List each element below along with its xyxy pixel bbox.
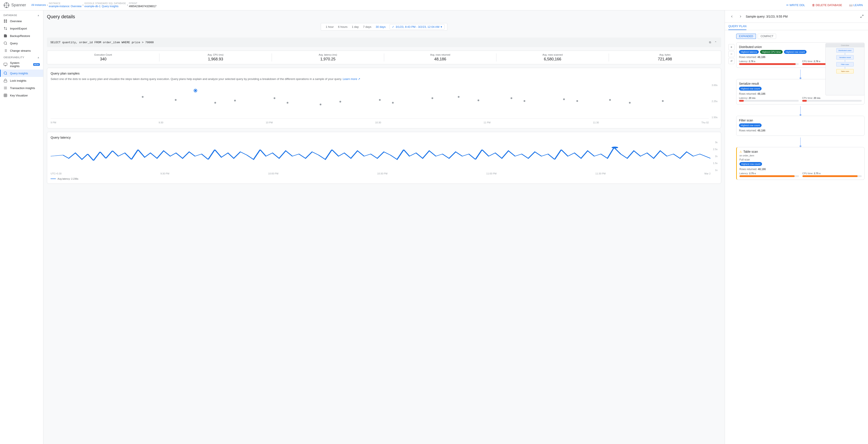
- sidebar-item-lock-insights[interactable]: Lock insights: [0, 77, 43, 84]
- warning-icon: ⚠: [739, 150, 742, 153]
- time-7days[interactable]: 7 days: [361, 24, 374, 29]
- scatter-dot-19[interactable]: [629, 102, 631, 103]
- scatter-dot-2[interactable]: [175, 99, 177, 101]
- latency-bar-4: Latency: 2.75 s: [739, 172, 799, 177]
- copy-query-button[interactable]: ⧉: [708, 40, 712, 45]
- zoom-controls: + − ↺: [728, 44, 735, 64]
- scatter-dot-1[interactable]: [142, 96, 144, 98]
- scatter-dot-16[interactable]: [563, 98, 565, 100]
- scatter-dot-7[interactable]: [320, 103, 321, 105]
- scatter-dot-4[interactable]: [234, 100, 236, 101]
- checkmark-icon: ✓: [392, 25, 394, 28]
- sidebar-item-import-export[interactable]: Import/Export: [0, 25, 43, 32]
- zoom-in-button[interactable]: +: [728, 44, 735, 50]
- tab-query-plan[interactable]: QUERY PLAN: [728, 23, 746, 30]
- badge-highest-rowcount-1: Highest row count: [784, 50, 807, 54]
- chevron-up-icon: ▲: [37, 14, 40, 17]
- sidebar-item-backup-restore[interactable]: Backup/Restore: [0, 32, 43, 39]
- scatter-chart-wrapper: 3.00s 2.25s 1.50s: [51, 84, 717, 125]
- sidebar-database-section: DATABASE ▲: [0, 12, 43, 18]
- scatter-dot-selected[interactable]: [194, 89, 197, 92]
- selected-point-dot: [612, 147, 618, 148]
- next-sample-button[interactable]: [737, 13, 744, 20]
- scatter-dot-3[interactable]: [214, 102, 216, 103]
- previous-sample-button[interactable]: [728, 13, 735, 20]
- badge-highest-rowcount-3: Highest row count: [739, 123, 762, 127]
- transaction-icon: [3, 86, 7, 90]
- time-30days[interactable]: 30 days: [374, 24, 388, 29]
- breadcrumb-fprint: #865423840743298017: [129, 5, 157, 8]
- node-filter-scan-badges: Highest row count: [739, 123, 862, 127]
- svg-line-33: [862, 15, 863, 16]
- chevron-right-icon: [739, 15, 742, 18]
- scatter-dot-12[interactable]: [458, 96, 460, 98]
- scatter-dot-15[interactable]: [524, 100, 525, 102]
- sidebar-item-system-insights[interactable]: System insights NEW: [0, 60, 43, 69]
- view-mode-buttons: EXPANDED COMPACT: [736, 34, 865, 39]
- line-chart: [51, 141, 711, 171]
- app-logo: Spanner: [3, 2, 30, 8]
- app-name: Spanner: [11, 3, 26, 7]
- zoom-out-button[interactable]: −: [728, 51, 735, 57]
- node-table-scan: ⚠ Table scan on order_item Full scan Hig…: [736, 147, 865, 180]
- scatter-dot-17[interactable]: [576, 100, 578, 102]
- node-4-bars: Latency: 2.75 s CPU time: 2.75 s: [739, 172, 862, 177]
- breadcrumb-all-instances[interactable]: All instances: [31, 3, 46, 6]
- time-1hour[interactable]: 1 hour: [323, 24, 336, 29]
- svg-point-1: [5, 4, 8, 6]
- date-range-picker[interactable]: ✓ 3/1/23, 8:43 PM - 3/2/23, 12:04 AM ▾: [390, 24, 445, 30]
- breadcrumb-section-instance: INSTANCE: [49, 2, 82, 5]
- sidebar-item-key-visualizer[interactable]: Key Visualizer: [0, 92, 43, 99]
- node-table-scan-detail: Full scan: [739, 158, 862, 161]
- scatter-dot-10[interactable]: [392, 102, 394, 103]
- query-latency-title: Query latency: [51, 136, 717, 139]
- scatter-dot-6[interactable]: [287, 102, 288, 103]
- legend-line-icon: [51, 179, 56, 179]
- compact-view-button[interactable]: COMPACT: [758, 34, 776, 39]
- scatter-dot-11[interactable]: [432, 97, 433, 99]
- time-6hours[interactable]: 6 hours: [336, 24, 350, 29]
- time-1day[interactable]: 1 day: [350, 24, 361, 29]
- scatter-dot-9[interactable]: [379, 99, 381, 101]
- scatter-dot-5[interactable]: [274, 97, 275, 99]
- delete-database-button[interactable]: 🗑 DELETE DATABASE: [810, 3, 844, 8]
- svg-rect-18: [4, 63, 7, 65]
- expand-icon: [860, 14, 864, 18]
- chevron-down-icon: ▾: [441, 25, 442, 28]
- expanded-view-button[interactable]: EXPANDED: [736, 34, 756, 39]
- query-latency-card: Query latency 3s 2.5s 2s 1.5s 1s: [47, 132, 721, 184]
- breadcrumb: All instances › INSTANCE example-instanc…: [31, 2, 783, 8]
- sidebar-item-overview[interactable]: Overview: [0, 18, 43, 25]
- scatter-dot-8[interactable]: [339, 101, 341, 102]
- scatter-dot-20[interactable]: [662, 100, 664, 102]
- scatter-y-axis: 3.00s 2.25s 1.50s: [712, 84, 717, 119]
- save-icon: [3, 34, 7, 38]
- scatter-dot-14[interactable]: [510, 97, 512, 99]
- breadcrumb-instance[interactable]: example-instance: Overview: [49, 5, 82, 8]
- query-plan-samples-card: Query plan samples Select one of the dot…: [47, 68, 721, 128]
- mini-map: Overview Distributed union Serialize res…: [826, 43, 865, 95]
- svg-point-3: [6, 7, 7, 8]
- expand-panel-button[interactable]: [859, 14, 865, 20]
- lock-icon: [3, 79, 7, 83]
- latency-bar-fill-2: [739, 100, 744, 102]
- sidebar-item-transaction-insights[interactable]: Transaction insights: [0, 84, 43, 92]
- sidebar-item-query-insights[interactable]: Query insights: [0, 69, 43, 77]
- legend-label: Avg latency: 2.236s: [58, 177, 79, 180]
- learn-more-link[interactable]: Learn more ↗: [343, 77, 360, 81]
- sidebar-item-query[interactable]: Query: [0, 39, 43, 47]
- book-icon: 📖: [849, 3, 852, 7]
- scatter-dot-18[interactable]: [609, 99, 611, 101]
- time-filters: 1 hour 6 hours 1 day 7 days 30 days ✓ 3/…: [321, 23, 447, 31]
- scatter-dot-13[interactable]: [477, 99, 479, 101]
- breadcrumb-database[interactable]: example-db-1: Query insights: [85, 5, 126, 8]
- svg-rect-7: [6, 20, 7, 21]
- sidebar-item-change-streams[interactable]: Change streams: [0, 47, 43, 54]
- expand-query-button[interactable]: ⌃: [714, 40, 718, 45]
- trash-icon: 🗑: [812, 3, 815, 7]
- learn-button[interactable]: 📖 LEARN: [847, 3, 865, 8]
- write-ddl-button[interactable]: ✏ WRITE DDL: [785, 3, 807, 8]
- scatter-chart: [51, 84, 709, 119]
- new-badge: NEW: [33, 63, 40, 66]
- reset-zoom-button[interactable]: ↺: [728, 58, 735, 64]
